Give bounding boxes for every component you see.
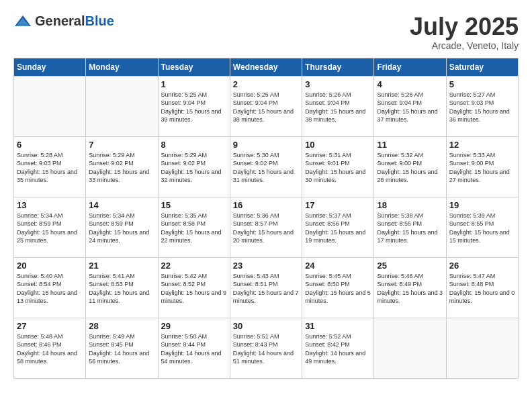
day-number: 11	[377, 140, 443, 150]
week-row-4: 20Sunrise: 5:40 AM Sunset: 8:54 PM Dayli…	[14, 257, 519, 318]
day-number: 21	[89, 261, 154, 271]
weekday-header-saturday: Saturday	[446, 58, 518, 76]
day-number: 14	[89, 200, 154, 210]
day-number: 28	[89, 321, 154, 331]
day-info: Sunrise: 5:49 AM Sunset: 8:45 PM Dayligh…	[89, 332, 154, 366]
day-number: 13	[17, 200, 83, 210]
calendar-cell	[374, 318, 446, 378]
calendar-cell: 8Sunrise: 5:29 AM Sunset: 9:02 PM Daylig…	[158, 136, 230, 197]
day-number: 9	[233, 140, 299, 150]
calendar-cell: 19Sunrise: 5:39 AM Sunset: 8:55 PM Dayli…	[446, 197, 518, 257]
day-info: Sunrise: 5:25 AM Sunset: 9:04 PM Dayligh…	[233, 91, 299, 124]
calendar-cell: 17Sunrise: 5:37 AM Sunset: 8:56 PM Dayli…	[302, 197, 374, 257]
weekday-header-row: SundayMondayTuesdayWednesdayThursdayFrid…	[14, 58, 519, 76]
day-info: Sunrise: 5:34 AM Sunset: 8:59 PM Dayligh…	[89, 212, 154, 245]
calendar-cell: 11Sunrise: 5:32 AM Sunset: 9:00 PM Dayli…	[374, 136, 446, 197]
calendar-cell: 20Sunrise: 5:40 AM Sunset: 8:54 PM Dayli…	[14, 257, 86, 318]
calendar-cell: 16Sunrise: 5:36 AM Sunset: 8:57 PM Dayli…	[230, 197, 302, 257]
weekday-header-sunday: Sunday	[14, 58, 86, 76]
day-info: Sunrise: 5:48 AM Sunset: 8:46 PM Dayligh…	[17, 332, 83, 366]
day-number: 27	[17, 321, 83, 331]
day-number: 23	[233, 261, 299, 271]
calendar-cell: 14Sunrise: 5:34 AM Sunset: 8:59 PM Dayli…	[86, 197, 158, 257]
day-info: Sunrise: 5:25 AM Sunset: 9:04 PM Dayligh…	[161, 91, 227, 124]
day-info: Sunrise: 5:46 AM Sunset: 8:49 PM Dayligh…	[377, 272, 443, 306]
week-row-1: 1Sunrise: 5:25 AM Sunset: 9:04 PM Daylig…	[14, 76, 519, 136]
day-info: Sunrise: 5:50 AM Sunset: 8:44 PM Dayligh…	[161, 332, 227, 366]
day-info: Sunrise: 5:32 AM Sunset: 9:00 PM Dayligh…	[377, 151, 443, 185]
month-title: July 2025	[410, 13, 519, 40]
day-number: 7	[89, 140, 154, 150]
day-number: 15	[161, 200, 227, 210]
calendar-cell: 6Sunrise: 5:28 AM Sunset: 9:03 PM Daylig…	[14, 136, 86, 197]
day-info: Sunrise: 5:29 AM Sunset: 9:02 PM Dayligh…	[89, 151, 154, 185]
calendar-cell: 24Sunrise: 5:45 AM Sunset: 8:50 PM Dayli…	[302, 257, 374, 318]
day-info: Sunrise: 5:45 AM Sunset: 8:50 PM Dayligh…	[305, 272, 371, 306]
day-number: 18	[377, 200, 443, 210]
weekday-header-friday: Friday	[374, 58, 446, 76]
calendar-cell: 23Sunrise: 5:43 AM Sunset: 8:51 PM Dayli…	[230, 257, 302, 318]
week-row-3: 13Sunrise: 5:34 AM Sunset: 8:59 PM Dayli…	[14, 197, 519, 257]
calendar-cell: 1Sunrise: 5:25 AM Sunset: 9:04 PM Daylig…	[158, 76, 230, 136]
weekday-header-wednesday: Wednesday	[230, 58, 302, 76]
day-info: Sunrise: 5:37 AM Sunset: 8:56 PM Dayligh…	[305, 212, 371, 245]
day-number: 22	[161, 261, 227, 271]
day-number: 1	[161, 79, 227, 89]
calendar-cell: 2Sunrise: 5:25 AM Sunset: 9:04 PM Daylig…	[230, 76, 302, 136]
day-number: 31	[305, 321, 371, 331]
calendar-cell: 12Sunrise: 5:33 AM Sunset: 9:00 PM Dayli…	[446, 136, 518, 197]
day-info: Sunrise: 5:41 AM Sunset: 8:53 PM Dayligh…	[89, 272, 154, 306]
calendar-cell	[14, 76, 86, 136]
day-info: Sunrise: 5:27 AM Sunset: 9:03 PM Dayligh…	[449, 91, 515, 124]
logo-text-general: General	[35, 13, 85, 28]
day-info: Sunrise: 5:26 AM Sunset: 9:04 PM Dayligh…	[305, 91, 371, 124]
day-info: Sunrise: 5:30 AM Sunset: 9:02 PM Dayligh…	[233, 151, 299, 185]
calendar-cell: 10Sunrise: 5:31 AM Sunset: 9:01 PM Dayli…	[302, 136, 374, 197]
weekday-header-thursday: Thursday	[302, 58, 374, 76]
day-number: 16	[233, 200, 299, 210]
day-info: Sunrise: 5:29 AM Sunset: 9:02 PM Dayligh…	[161, 151, 227, 185]
calendar-table: SundayMondayTuesdayWednesdayThursdayFrid…	[13, 58, 519, 379]
day-number: 24	[305, 261, 371, 271]
calendar-cell: 15Sunrise: 5:35 AM Sunset: 8:58 PM Dayli…	[158, 197, 230, 257]
calendar-cell: 27Sunrise: 5:48 AM Sunset: 8:46 PM Dayli…	[14, 318, 86, 378]
day-number: 4	[377, 79, 443, 89]
calendar-cell: 21Sunrise: 5:41 AM Sunset: 8:53 PM Dayli…	[86, 257, 158, 318]
day-info: Sunrise: 5:52 AM Sunset: 8:42 PM Dayligh…	[305, 332, 371, 366]
logo-text-blue: Blue	[85, 13, 114, 28]
day-info: Sunrise: 5:34 AM Sunset: 8:59 PM Dayligh…	[17, 212, 83, 245]
day-info: Sunrise: 5:33 AM Sunset: 9:00 PM Dayligh…	[449, 151, 515, 185]
location-title: Arcade, Veneto, Italy	[410, 40, 519, 51]
calendar-cell: 25Sunrise: 5:46 AM Sunset: 8:49 PM Dayli…	[374, 257, 446, 318]
calendar-cell: 7Sunrise: 5:29 AM Sunset: 9:02 PM Daylig…	[86, 136, 158, 197]
calendar-cell: 26Sunrise: 5:47 AM Sunset: 8:48 PM Dayli…	[446, 257, 518, 318]
weekday-header-tuesday: Tuesday	[158, 58, 230, 76]
calendar-cell: 5Sunrise: 5:27 AM Sunset: 9:03 PM Daylig…	[446, 76, 518, 136]
calendar-cell: 30Sunrise: 5:51 AM Sunset: 8:43 PM Dayli…	[230, 318, 302, 378]
day-info: Sunrise: 5:42 AM Sunset: 8:52 PM Dayligh…	[161, 272, 227, 306]
day-number: 10	[305, 140, 371, 150]
logo: GeneralBlue	[13, 13, 114, 29]
day-info: Sunrise: 5:28 AM Sunset: 9:03 PM Dayligh…	[17, 151, 83, 185]
day-number: 26	[449, 261, 515, 271]
day-number: 5	[449, 79, 515, 89]
day-number: 30	[233, 321, 299, 331]
day-info: Sunrise: 5:43 AM Sunset: 8:51 PM Dayligh…	[233, 272, 299, 306]
page-header: GeneralBlue July 2025 Arcade, Veneto, It…	[13, 13, 519, 51]
weekday-header-monday: Monday	[86, 58, 158, 76]
calendar-cell: 28Sunrise: 5:49 AM Sunset: 8:45 PM Dayli…	[86, 318, 158, 378]
day-info: Sunrise: 5:40 AM Sunset: 8:54 PM Dayligh…	[17, 272, 83, 306]
calendar-cell: 3Sunrise: 5:26 AM Sunset: 9:04 PM Daylig…	[302, 76, 374, 136]
day-number: 6	[17, 140, 83, 150]
day-info: Sunrise: 5:51 AM Sunset: 8:43 PM Dayligh…	[233, 332, 299, 366]
calendar-cell: 18Sunrise: 5:38 AM Sunset: 8:55 PM Dayli…	[374, 197, 446, 257]
calendar-cell: 4Sunrise: 5:26 AM Sunset: 9:04 PM Daylig…	[374, 76, 446, 136]
day-number: 25	[377, 261, 443, 271]
week-row-2: 6Sunrise: 5:28 AM Sunset: 9:03 PM Daylig…	[14, 136, 519, 197]
week-row-5: 27Sunrise: 5:48 AM Sunset: 8:46 PM Dayli…	[14, 318, 519, 378]
day-number: 20	[17, 261, 83, 271]
calendar-cell	[446, 318, 518, 378]
day-number: 19	[449, 200, 515, 210]
calendar-cell: 29Sunrise: 5:50 AM Sunset: 8:44 PM Dayli…	[158, 318, 230, 378]
day-info: Sunrise: 5:38 AM Sunset: 8:55 PM Dayligh…	[377, 212, 443, 245]
